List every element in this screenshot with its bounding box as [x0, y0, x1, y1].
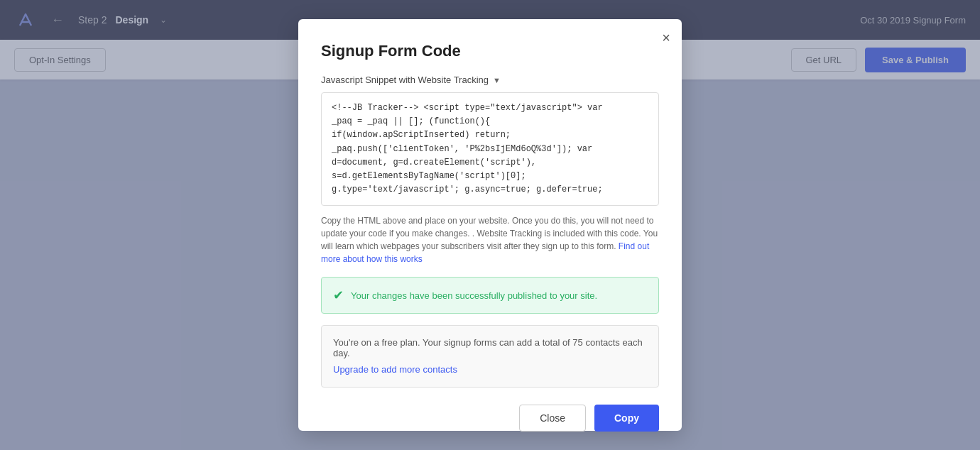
modal-overlay: × Signup Form Code Javascript Snippet wi…	[0, 0, 980, 450]
code-box[interactable]: <!--JB Tracker--> <script type="text/jav…	[321, 92, 659, 206]
upgrade-link[interactable]: Upgrade to add more contacts	[333, 364, 457, 375]
code-content: <!--JB Tracker--> <script type="text/jav…	[322, 93, 658, 205]
snippet-selector[interactable]: Javascript Snippet with Website Tracking…	[321, 75, 659, 85]
success-check-icon: ✔	[333, 287, 344, 303]
copy-instruction: Copy the HTML above and place on your we…	[321, 214, 659, 265]
modal-footer: Close Copy	[321, 405, 659, 432]
snippet-chevron-icon: ▼	[493, 76, 501, 84]
copy-button[interactable]: Copy	[594, 405, 659, 432]
success-banner: ✔ Your changes have been successfully pu…	[321, 277, 659, 314]
free-plan-text: You're on a free plan. Your signup forms…	[333, 337, 647, 358]
modal-close-button[interactable]: ×	[662, 31, 670, 45]
modal-dialog: × Signup Form Code Javascript Snippet wi…	[298, 19, 682, 431]
snippet-selector-label: Javascript Snippet with Website Tracking	[321, 75, 489, 85]
modal-title: Signup Form Code	[321, 42, 659, 60]
close-button[interactable]: Close	[519, 405, 586, 432]
free-plan-notice: You're on a free plan. Your signup forms…	[321, 325, 659, 388]
success-message: Your changes have been successfully publ…	[351, 290, 597, 301]
